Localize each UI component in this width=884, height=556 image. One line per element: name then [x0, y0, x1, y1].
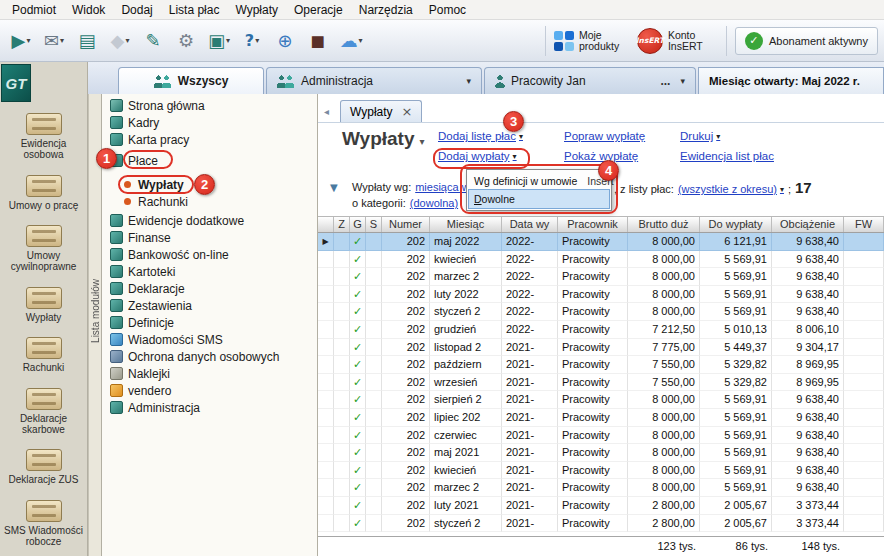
- dodaj-liste-plac-link[interactable]: Dodaj listę płac ▾: [438, 130, 523, 142]
- cell-pracownik: Pracowity: [558, 286, 628, 304]
- menubar-item-dodaj[interactable]: Dodaj: [113, 2, 160, 18]
- column-header-brutto-duż[interactable]: Brutto duż: [628, 217, 700, 232]
- menubar-item-podmiot[interactable]: Podmiot: [4, 2, 64, 18]
- tree-item-vendero[interactable]: vendero: [102, 382, 317, 399]
- table-row[interactable]: ▶✓202maj 20222022-Pracowity8 000,006 121…: [318, 233, 884, 251]
- table-row[interactable]: ✓202październ2021-Pracowity7 550,005 329…: [318, 356, 884, 374]
- chevron-down-icon[interactable]: ▾: [466, 76, 471, 86]
- toolbar-button-package[interactable]: ◼: [303, 25, 333, 57]
- tree-item-karta-pracy[interactable]: Karta pracy: [102, 131, 317, 148]
- context-menu-item-dowolne[interactable]: Dowolne: [469, 190, 609, 208]
- menubar-item-lista-płac[interactable]: Lista płac: [161, 2, 228, 18]
- tab-pracowity-jan[interactable]: Pracowity Jan ... ▾: [484, 67, 696, 94]
- module-item-umowy-o-pracę[interactable]: Umowy o pracę: [1, 175, 87, 211]
- toolbar-button-diamond[interactable]: ◆▾: [105, 25, 135, 57]
- filter-icon[interactable]: ▼: [330, 182, 338, 193]
- cell-pracownik: Pracowity: [558, 233, 628, 251]
- document-tab-wyplaty[interactable]: Wypłaty ×: [340, 100, 422, 122]
- module-item-deklaracje-skarbowe[interactable]: Deklaracje skarbowe: [1, 388, 87, 435]
- tree-item-strona-główna[interactable]: Strona główna: [102, 97, 317, 114]
- tree-item-ochrona-danych-osobowych[interactable]: Ochrona danych osobowych: [102, 348, 317, 365]
- tab-wszyscy[interactable]: Wszyscy: [118, 67, 264, 94]
- tree-item-wiadomości-sms[interactable]: Wiadomości SMS: [102, 331, 317, 348]
- menubar-item-widok[interactable]: Widok: [64, 2, 113, 18]
- column-header-data-wy[interactable]: Data wy: [502, 217, 558, 232]
- menubar-item-pomoc[interactable]: Pomoc: [421, 2, 474, 18]
- table-row[interactable]: ✓202luty 20222022-Pracowity8 000,005 569…: [318, 286, 884, 304]
- toolbar-button-cloud[interactable]: ☁▾: [336, 25, 366, 57]
- table-row[interactable]: ✓202sierpień 22021-Pracowity8 000,005 56…: [318, 391, 884, 409]
- context-menu-item-wg-definicji-w-umowie[interactable]: Wg definicji w umowieInsert: [469, 172, 609, 190]
- tree-item-ewidencje-dodatkowe[interactable]: Ewidencje dodatkowe: [102, 212, 317, 229]
- tree-item-zestawienia[interactable]: Zestawienia: [102, 297, 317, 314]
- module-item-umowy-cywilnoprawne[interactable]: Umowy cywilnoprawne: [1, 225, 87, 272]
- popraw-wyplate-link[interactable]: Popraw wypłatę: [564, 130, 645, 142]
- table-row[interactable]: ✓202marzec 22022-Pracowity8 000,005 569,…: [318, 268, 884, 286]
- menubar-item-narzędzia[interactable]: Narzędzia: [351, 2, 421, 18]
- tree-item-deklaracje[interactable]: Deklaracje: [102, 280, 317, 297]
- table-row[interactable]: ✓202grudzień2022-Pracowity7 212,505 010,…: [318, 321, 884, 339]
- column-header-pracownik[interactable]: Pracownik: [558, 217, 628, 232]
- toolbar-button-send[interactable]: ▶▾: [6, 25, 36, 57]
- column-header-s[interactable]: S: [366, 217, 382, 232]
- toolbar-button-globe[interactable]: ⊕: [270, 25, 300, 57]
- column-header-g[interactable]: G: [350, 217, 366, 232]
- lista-plac-link[interactable]: (wszystkie z okresu) ▾: [678, 183, 784, 195]
- tree-item-kadry[interactable]: Kadry: [102, 114, 317, 131]
- tree-item-label: Strona główna: [128, 99, 205, 113]
- tree-item-naklejki[interactable]: Naklejki: [102, 365, 317, 382]
- table-row[interactable]: ✓202maj 20212021-Pracowity8 000,005 569,…: [318, 444, 884, 462]
- konto-insert-button[interactable]: InsERT Konto InsERT: [637, 28, 718, 54]
- table-row[interactable]: ✓202luty 20212021-Pracowity2 800,002 005…: [318, 497, 884, 515]
- table-row[interactable]: ✓202listopad 22021-Pracowity7 775,005 44…: [318, 339, 884, 357]
- collapse-panel-icon[interactable]: ◂: [324, 106, 329, 117]
- tree-item-rachunki[interactable]: Rachunki: [102, 193, 317, 210]
- module-item-deklaracje-zus[interactable]: Deklaracje ZUS: [1, 449, 87, 485]
- toolbar-button-edit[interactable]: ✎: [138, 25, 168, 57]
- tree-item-bankowość-on-line[interactable]: Bankowość on-line: [102, 246, 317, 263]
- toolbar-button-gear[interactable]: ⚙: [171, 25, 201, 57]
- pokaz-wyplate-link[interactable]: Pokaż wypłatę: [564, 150, 638, 162]
- column-header-indicator[interactable]: [318, 217, 334, 232]
- column-header-miesiąc[interactable]: Miesiąc: [430, 217, 502, 232]
- moje-produkty-button[interactable]: Moje produkty: [554, 30, 629, 52]
- table-row[interactable]: ✓202kwiecień2022-Pracowity8 000,005 569,…: [318, 251, 884, 269]
- module-item-wypłaty[interactable]: Wypłaty: [1, 287, 87, 323]
- table-row[interactable]: ✓202lipiec 2022021-Pracowity8 000,005 56…: [318, 409, 884, 427]
- menubar-item-operacje[interactable]: Operacje: [286, 2, 351, 18]
- module-item-sms-wiadomości-robocze[interactable]: SMS Wiadomości robocze: [1, 500, 87, 547]
- abonament-status[interactable]: ✓ Abonament aktywny: [735, 27, 878, 55]
- table-row[interactable]: ✓202styczeń 22021-Pracowity2 800,002 005…: [318, 515, 884, 533]
- tree-item-administracja[interactable]: Administracja: [102, 399, 317, 416]
- toolbar-button-mail[interactable]: ✉▾: [39, 25, 69, 57]
- tree-item-definicje[interactable]: Definicje: [102, 314, 317, 331]
- module-item-rachunki[interactable]: Rachunki: [1, 337, 87, 373]
- table-row[interactable]: ✓202wrzesień2021-Pracowity7 550,005 329,…: [318, 374, 884, 392]
- table-row[interactable]: ✓202czerwiec2021-Pracowity8 000,005 569,…: [318, 427, 884, 445]
- menubar-item-wypłaty[interactable]: Wypłaty: [227, 2, 286, 18]
- column-header-obciążenie[interactable]: Obciążenie: [772, 217, 844, 232]
- drukuj-link[interactable]: Drukuj ▾: [680, 130, 720, 142]
- toolbar-button-help[interactable]: ?▾: [237, 25, 267, 57]
- more-button[interactable]: ...: [660, 74, 670, 88]
- page-title[interactable]: Wypłaty ▾: [342, 128, 425, 150]
- chevron-down-icon[interactable]: ▾: [680, 76, 685, 86]
- table-row[interactable]: ✓202kwiecień2021-Pracowity8 000,005 569,…: [318, 462, 884, 480]
- kategoria-link[interactable]: (dowolna): [410, 197, 458, 209]
- column-header-numer[interactable]: Numer: [382, 217, 430, 232]
- tree-item-płace[interactable]: Płace: [102, 152, 317, 169]
- ewidencja-list-plac-link[interactable]: Ewidencja list płac: [680, 150, 774, 162]
- toolbar-button-print[interactable]: ▣▾: [204, 25, 234, 57]
- toolbar-button-layers[interactable]: ▤: [72, 25, 102, 57]
- tab-administracja[interactable]: Administracja ▾: [266, 67, 482, 94]
- module-item-ewidencja-osobowa[interactable]: Ewidencja osobowa: [1, 113, 87, 160]
- table-row[interactable]: ✓202marzec 22021-Pracowity8 000,005 569,…: [318, 479, 884, 497]
- column-header-do-wypłaty[interactable]: Do wypłaty: [700, 217, 772, 232]
- dodaj-wyplaty-link[interactable]: Dodaj wypłaty ▾: [438, 150, 517, 162]
- tree-item-kartoteki[interactable]: Kartoteki: [102, 263, 317, 280]
- tree-item-finanse[interactable]: Finanse: [102, 229, 317, 246]
- column-header-fw[interactable]: FW: [844, 217, 884, 232]
- table-row[interactable]: ✓202styczeń 22022-Pracowity8 000,005 569…: [318, 303, 884, 321]
- column-header-z[interactable]: Z: [334, 217, 350, 232]
- close-icon[interactable]: ×: [402, 105, 413, 118]
